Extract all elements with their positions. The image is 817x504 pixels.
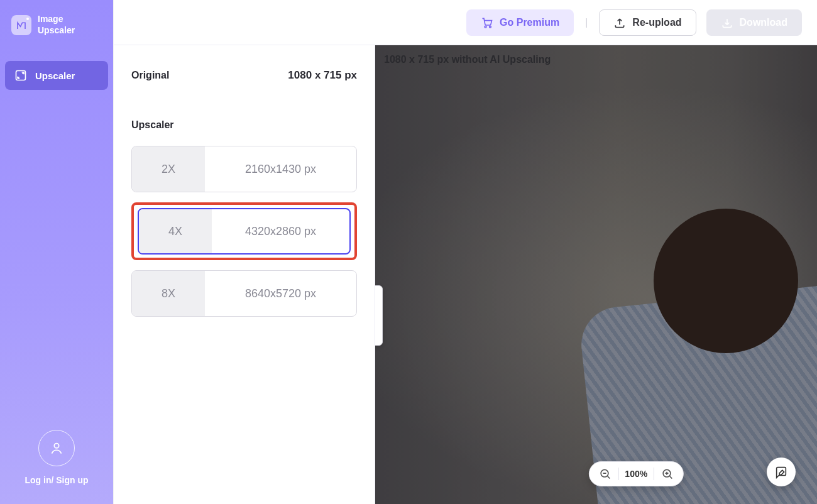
main: Go Premium | Re-upload Download Ori: [113, 0, 817, 504]
zoom-out-button[interactable]: [598, 467, 611, 481]
brand-logo-icon: [11, 15, 31, 35]
user-icon: [48, 440, 65, 456]
preview-dim-overlay: [375, 45, 817, 504]
upscale-option-2x[interactable]: 2X 2160x1430 px: [131, 146, 357, 192]
login-signup-link[interactable]: Log in/ Sign up: [25, 475, 88, 485]
upscale-option-4x[interactable]: 4X 4320x2860 px: [131, 202, 357, 260]
sidebar-spacer: [0, 90, 113, 417]
topbar-separator: |: [584, 17, 589, 28]
zoom-controls: 100%: [588, 461, 684, 486]
go-premium-label: Go Premium: [500, 17, 559, 28]
svg-point-3: [490, 26, 491, 28]
brand-title: Image Upscaler: [38, 14, 75, 36]
logo-m-icon: [16, 19, 27, 31]
account-area: Log in/ Sign up: [0, 417, 113, 504]
app-root: Image Upscaler Upscaler: [0, 0, 817, 504]
compare-slider-handle[interactable]: [375, 285, 383, 346]
zoom-sep: [618, 468, 618, 480]
cart-icon: [481, 16, 493, 29]
svg-point-2: [485, 26, 486, 28]
zoom-in-button[interactable]: [661, 467, 674, 481]
svg-point-1: [54, 444, 58, 448]
preview-area: 1080 x 715 px without AI Upscaling Upsca…: [375, 45, 817, 504]
upscale-options: 2X 2160x1430 px 4X 4320x2860 px 8X: [131, 146, 357, 317]
brand-line2: Upscaler: [38, 25, 75, 36]
upscale-factor-label: 2X: [132, 146, 205, 192]
download-button[interactable]: Download: [706, 9, 802, 36]
download-label: Download: [740, 17, 787, 28]
original-dimensions: 1080 x 715 px: [288, 69, 357, 82]
original-meta-row: Original 1080 x 715 px: [131, 69, 357, 82]
zoom-in-icon: [661, 468, 674, 480]
go-premium-button[interactable]: Go Premium: [466, 9, 574, 36]
sidebar: Image Upscaler Upscaler: [0, 0, 113, 504]
sidebar-nav: Upscaler: [0, 61, 113, 90]
upscale-factor-label: 8X: [132, 271, 205, 316]
workspace: Original 1080 x 715 px Upscaler 2X 2160x…: [114, 45, 817, 504]
upscale-dimensions: 2160x1430 px: [205, 146, 356, 192]
reupload-label: Re-upload: [632, 17, 681, 28]
note-edit-icon: [774, 465, 788, 479]
brand[interactable]: Image Upscaler: [0, 0, 113, 48]
svg-rect-0: [16, 71, 26, 80]
sidebar-item-upscaler[interactable]: Upscaler: [5, 61, 108, 90]
top-bar: Go Premium | Re-upload Download: [114, 0, 817, 45]
zoom-sep: [654, 468, 654, 480]
upload-icon: [613, 16, 626, 29]
upscale-factor-label: 4X: [139, 209, 212, 253]
feedback-button[interactable]: [767, 457, 796, 486]
reupload-button[interactable]: Re-upload: [599, 9, 696, 36]
brand-line1: Image: [38, 14, 75, 25]
without-upscaling-label: 1080 x 715 px without AI Upscaling: [383, 52, 552, 68]
upscale-dimensions: 4320x2860 px: [212, 209, 349, 253]
upscale-dimensions: 8640x5720 px: [205, 271, 356, 316]
upscale-option-8x[interactable]: 8X 8640x5720 px: [131, 270, 357, 317]
upscaler-section-title: Upscaler: [131, 119, 357, 131]
upscale-panel: Original 1080 x 715 px Upscaler 2X 2160x…: [114, 45, 375, 504]
avatar-placeholder[interactable]: [38, 430, 75, 466]
zoom-value: 100%: [625, 469, 647, 479]
sidebar-item-label: Upscaler: [35, 70, 75, 81]
zoom-out-icon: [598, 468, 611, 480]
download-icon: [721, 16, 733, 29]
upscaler-icon: [14, 68, 28, 82]
original-label: Original: [131, 70, 169, 81]
